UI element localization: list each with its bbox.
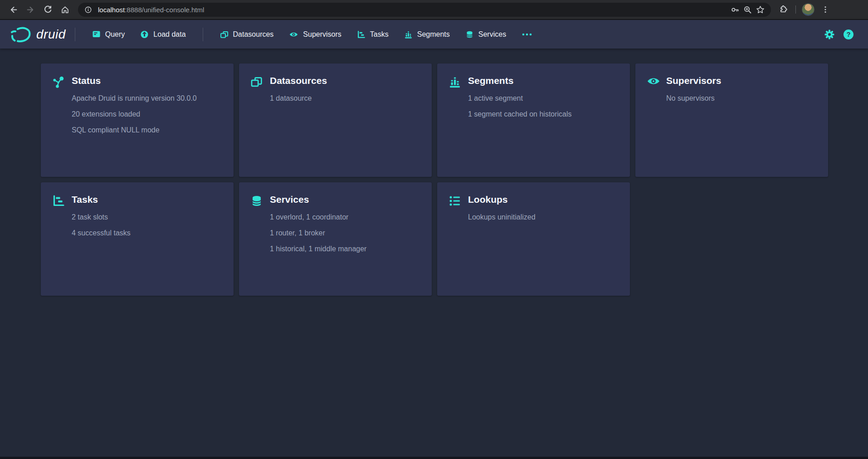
nav-item-label: Datasources bbox=[233, 30, 274, 39]
services-card[interactable]: Services 1 overlord, 1 coordinator 1 rou… bbox=[239, 182, 432, 296]
segments-card[interactable]: Segments 1 active segment 1 segment cach… bbox=[437, 63, 630, 177]
home-icon bbox=[61, 5, 69, 14]
card-line: 1 router, 1 broker bbox=[270, 228, 419, 238]
extensions-icon bbox=[779, 5, 788, 14]
nav-item-load-data[interactable]: Load data bbox=[135, 26, 191, 42]
card-content: Lookups Lookups uninitialized bbox=[468, 193, 617, 296]
url-text: localhost:8888/unified-console.html bbox=[98, 6, 728, 14]
browser-toolbar: localhost:8888/unified-console.html bbox=[0, 0, 868, 20]
database-icon bbox=[250, 193, 270, 296]
card-title: Lookups bbox=[468, 193, 617, 206]
nav-item-segments[interactable]: Segments bbox=[399, 27, 455, 42]
nav-item-label: Tasks bbox=[370, 30, 389, 39]
card-title: Segments bbox=[468, 74, 617, 87]
lookups-card[interactable]: Lookups Lookups uninitialized bbox=[437, 182, 630, 296]
cards-row-1: Status Apache Druid is running version 3… bbox=[41, 63, 868, 177]
star-icon[interactable] bbox=[754, 3, 766, 16]
card-line: 20 extensions loaded bbox=[72, 109, 221, 119]
card-content: Supervisors No supervisors bbox=[666, 74, 815, 177]
card-line: No supervisors bbox=[666, 93, 815, 103]
datasources-card[interactable]: Datasources 1 datasource bbox=[239, 63, 432, 177]
upload-circle-icon bbox=[140, 30, 149, 39]
browser-menu-button[interactable] bbox=[818, 2, 833, 17]
back-icon bbox=[9, 5, 18, 14]
card-line: 2 task slots bbox=[72, 212, 221, 222]
reload-icon bbox=[44, 5, 52, 14]
nav-item-query[interactable]: Query bbox=[87, 27, 131, 42]
query-console-icon bbox=[92, 30, 101, 38]
card-content: Status Apache Druid is running version 3… bbox=[72, 74, 221, 177]
gear-icon bbox=[824, 29, 835, 40]
navbar-divider bbox=[203, 28, 203, 41]
stacked-bars-icon bbox=[404, 30, 413, 39]
multi-cube-icon bbox=[220, 30, 229, 39]
help-icon: ? bbox=[843, 29, 854, 40]
url-path: :8888/unified-console.html bbox=[125, 6, 204, 14]
key-icon[interactable] bbox=[728, 3, 741, 16]
stacked-bars-icon bbox=[449, 74, 468, 177]
card-line: 1 datasource bbox=[270, 93, 419, 103]
card-line: Apache Druid is running version 30.0.0 bbox=[72, 93, 221, 103]
card-title: Tasks bbox=[72, 193, 221, 206]
card-title: Datasources bbox=[270, 74, 419, 87]
properties-list-icon bbox=[449, 193, 468, 296]
home-view: Status Apache Druid is running version 3… bbox=[0, 49, 868, 296]
graph-icon bbox=[52, 74, 72, 177]
nav-item-label: Services bbox=[478, 30, 506, 39]
druid-navbar: druid Query Load data Datasources Superv… bbox=[0, 20, 868, 49]
card-line: 1 active segment bbox=[468, 93, 617, 103]
database-icon bbox=[465, 30, 474, 39]
gantt-chart-icon bbox=[52, 193, 72, 296]
card-title: Status bbox=[72, 74, 221, 87]
nav-item-services[interactable]: Services bbox=[460, 27, 512, 42]
extensions-button[interactable] bbox=[775, 2, 791, 17]
card-line: SQL compliant NULL mode bbox=[72, 125, 221, 135]
tasks-card[interactable]: Tasks 2 task slots 4 successful tasks bbox=[41, 182, 234, 296]
forward-button[interactable] bbox=[23, 2, 38, 17]
home-button[interactable] bbox=[57, 2, 73, 17]
nav-item-tasks[interactable]: Tasks bbox=[351, 27, 394, 42]
card-content: Services 1 overlord, 1 coordinator 1 rou… bbox=[270, 193, 419, 296]
brand-home-link[interactable]: druid bbox=[10, 25, 66, 44]
nav-item-label: Load data bbox=[153, 30, 185, 39]
eye-icon bbox=[289, 31, 298, 38]
nav-more-button[interactable] bbox=[516, 29, 538, 40]
browser-actions bbox=[775, 2, 834, 17]
window-bottom-edge bbox=[0, 457, 868, 459]
card-content: Datasources 1 datasource bbox=[270, 74, 419, 177]
help-button[interactable]: ? bbox=[840, 26, 857, 43]
back-button[interactable] bbox=[5, 2, 21, 17]
navbar-divider bbox=[75, 28, 75, 41]
druid-logo bbox=[10, 25, 32, 44]
card-line: Lookups uninitialized bbox=[468, 212, 617, 222]
ellipsis-icon bbox=[522, 33, 532, 36]
profile-button[interactable] bbox=[800, 2, 816, 17]
multi-cube-icon bbox=[250, 74, 270, 177]
card-title: Services bbox=[270, 193, 419, 206]
profile-avatar bbox=[802, 3, 814, 16]
forward-icon bbox=[26, 5, 35, 14]
zoom-icon[interactable] bbox=[741, 3, 754, 16]
card-line: 1 historical, 1 middle manager bbox=[270, 244, 419, 254]
nav-item-label: Segments bbox=[417, 30, 450, 39]
card-content: Tasks 2 task slots 4 successful tasks bbox=[72, 193, 221, 296]
reload-button[interactable] bbox=[40, 2, 55, 17]
url-bar[interactable]: localhost:8888/unified-console.html bbox=[78, 3, 771, 17]
nav-item-label: Query bbox=[105, 30, 125, 39]
card-title: Supervisors bbox=[666, 74, 815, 87]
card-line: 1 segment cached on historicals bbox=[468, 109, 617, 119]
settings-button[interactable] bbox=[821, 26, 838, 43]
cards-row-2: Tasks 2 task slots 4 successful tasks Se… bbox=[41, 182, 868, 296]
card-line: 4 successful tasks bbox=[72, 228, 221, 238]
nav-item-datasources[interactable]: Datasources bbox=[215, 27, 279, 42]
nav-item-label: Supervisors bbox=[303, 30, 341, 39]
menu-kebab-icon bbox=[821, 5, 829, 14]
eye-icon bbox=[647, 74, 666, 177]
gantt-chart-icon bbox=[357, 30, 366, 39]
url-host: localhost bbox=[98, 6, 125, 14]
supervisors-card[interactable]: Supervisors No supervisors bbox=[635, 63, 828, 177]
nav-item-supervisors[interactable]: Supervisors bbox=[283, 27, 346, 42]
info-icon[interactable] bbox=[82, 3, 94, 16]
brand-name: druid bbox=[36, 27, 66, 42]
status-card[interactable]: Status Apache Druid is running version 3… bbox=[41, 63, 234, 177]
